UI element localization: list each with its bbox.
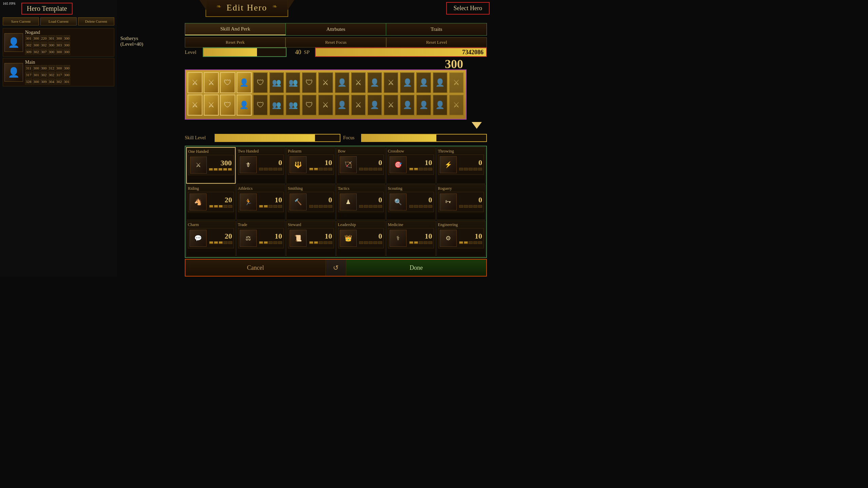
perk-icon[interactable]: 🛡 [253,95,268,116]
stat-cell: 302 [48,72,55,78]
skill-scouting[interactable]: Scouting 🔍 0 [386,184,436,220]
perk-icon[interactable]: ⚔ [383,95,398,116]
perk-icon[interactable]: ⚔ [204,95,219,116]
reset-focus-button[interactable]: Reset Focus [285,37,386,47]
skill-riding[interactable]: Riding 🐴 20 [186,184,236,220]
skill-level-bar[interactable] [215,134,340,142]
skill-level-row: Skill Level Focus [185,134,487,142]
perk-icon[interactable]: ⚔ [318,95,333,116]
perk-icon[interactable]: 👤 [400,72,415,93]
reset-perk-button[interactable]: Reset Perk [185,37,285,47]
perk-icon[interactable]: 👤 [335,72,350,93]
skill-value-area: 0 [458,196,482,208]
delete-current-button[interactable]: Delete Current [78,17,114,25]
reset-level-button[interactable]: Reset Level [386,37,487,47]
perk-icon[interactable]: ⚔ [351,95,366,116]
tab-attributes[interactable]: Attrbutes [286,23,387,35]
sp-bar[interactable]: 7342086 [315,47,487,57]
skill-bow[interactable]: Bow 🏹 0 [336,147,386,184]
done-button[interactable]: Done [346,260,486,276]
perk-icon[interactable]: 👤 [367,72,382,93]
perk-icon[interactable]: 👤 [367,95,382,116]
perk-icon[interactable]: 👥 [285,72,300,93]
skill-dot [228,168,232,171]
perk-icon[interactable]: 👤 [237,95,252,116]
skill-dot [278,168,282,170]
perk-icon[interactable]: 🛡 [220,72,235,93]
skill-icon: 🗝 [440,194,457,210]
skill-icon: ♟ [340,194,357,210]
skill-dot [323,168,328,170]
skill-smithing[interactable]: Smithing 🔨 0 [286,184,336,220]
skill-trade[interactable]: Trade ⚖ 10 [236,221,286,257]
skill-crossbow[interactable]: Crossbow 🎯 10 [386,147,436,184]
skill-value-area: 0 [358,232,382,244]
perk-icon[interactable]: 👤 [400,95,415,116]
perk-icon[interactable]: ⚔ [383,72,398,93]
skill-athletics[interactable]: Athletics 🏃 10 [236,184,286,220]
focus-bar[interactable] [361,134,487,142]
skill-dot [209,168,213,171]
perk-icon[interactable]: ⚔ [449,95,464,116]
perk-icon[interactable]: 🛡 [220,95,235,116]
perk-icon[interactable]: ⚔ [188,72,202,93]
stat-cell: 300 [63,49,71,55]
hero-name-nogand: Nogand [25,30,70,35]
skill-tactics[interactable]: Tactics ♟ 0 [336,184,386,220]
tab-skill-perk[interactable]: Skill And Perk [185,23,286,35]
save-current-button[interactable]: Save Current [3,17,39,25]
skill-name: Engineering [438,222,484,227]
skill-dot [469,168,473,170]
perk-icon[interactable]: 🛡 [302,72,317,93]
skill-dots [409,241,432,244]
perk-icon[interactable]: ⚔ [449,72,464,93]
skill-name: Charm [188,222,234,227]
hero-item-main[interactable]: 👤 Main 311 300 300 312 300 300 317 301 3… [3,58,114,86]
perk-icon[interactable]: 👥 [285,95,300,116]
hero-item-nogand[interactable]: 👤 Nogand 301 300 220 301 300 300 302 300… [3,28,114,57]
perk-icon[interactable]: ⚔ [188,95,202,116]
skill-charm[interactable]: Charm 💬 20 [186,221,236,257]
cancel-button[interactable]: Cancel [185,260,326,276]
skill-polearm[interactable]: Polearm 🔱 10 [286,147,336,184]
skill-throwing[interactable]: Throwing ⚡ 0 [436,147,486,184]
skill-name: Crossbow [388,149,434,154]
skill-leadership[interactable]: Leadership 👑 0 [336,221,386,257]
tab-traits[interactable]: Traits [386,23,487,35]
perk-icon[interactable]: 👤 [416,72,431,93]
skill-medicine[interactable]: Medicine ⚕ 10 [386,221,436,257]
perk-icon[interactable]: ⚔ [204,72,219,93]
skill-value: 0 [378,196,382,204]
sp-label: SP [304,49,312,55]
perk-icon[interactable]: 👤 [416,95,431,116]
perk-scroll[interactable] [467,71,487,129]
perk-icon[interactable]: 👥 [269,95,284,116]
template-buttons: Save Current Load Current Delete Current [3,17,114,25]
perk-icon[interactable]: ⚔ [351,72,366,93]
stat-cell: 312 [48,65,55,71]
perk-icon[interactable]: 🛡 [302,95,317,116]
reset-icon-button[interactable]: ↺ [326,260,346,276]
perk-icon[interactable]: 👤 [335,95,350,116]
perk-icon[interactable]: ⚔ [318,72,333,93]
perk-icon[interactable]: 👤 [433,72,448,93]
skill-engineering[interactable]: Engineering ⚙ 10 [436,221,486,257]
skill-roguery[interactable]: Roguery 🗝 0 [436,184,486,220]
perk-icon[interactable]: 👤 [237,72,252,93]
skill-steward[interactable]: Steward 📜 10 [286,221,336,257]
select-hero-button[interactable]: Select Hero [446,2,490,15]
skill-one-handed[interactable]: One Handed ⚔ 300 [186,147,236,184]
perk-icon[interactable]: 👤 [433,95,448,116]
load-current-button[interactable]: Load Current [40,17,77,25]
skill-value-area: 10 [408,159,432,170]
skill-dots [359,168,382,170]
skill-inner: ♟ 0 [338,192,384,212]
perk-icon[interactable]: 👥 [269,72,284,93]
page-title: Edit Hero [226,3,267,13]
hero-template-label: Hero Template [21,3,73,15]
perk-icon[interactable]: 🛡 [253,72,268,93]
level-bar[interactable] [203,47,287,57]
skill-two-handed[interactable]: Two Handed 🗡 0 [236,147,286,184]
skill-dot [309,205,313,208]
skill-value-area: 0 [358,159,382,170]
